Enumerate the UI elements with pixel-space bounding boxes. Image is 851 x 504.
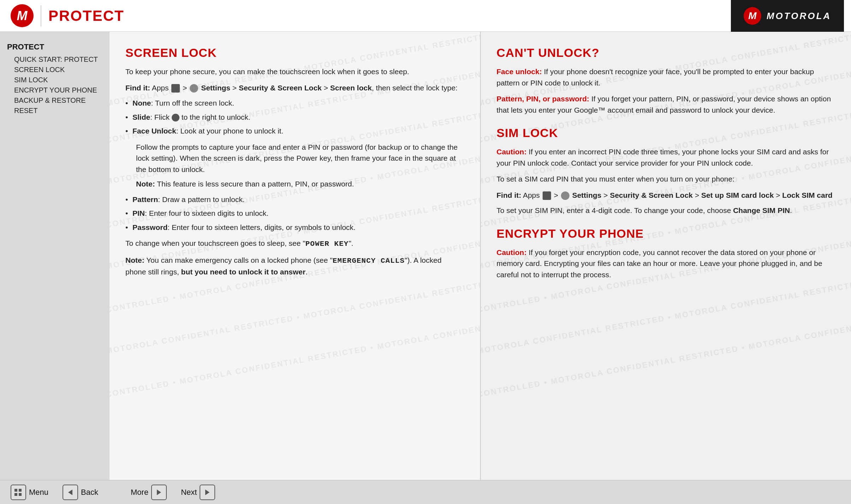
face-unlock-detail-text: Follow the prompts to capture your face … (136, 142, 464, 175)
col-left: MOTOROLA CONFIDENTIAL RESTRICTED • MOTOR… (110, 32, 481, 480)
emergency-note: Note: You can make emergency calls on a … (125, 255, 464, 278)
sim-lock-caution: Caution: If you enter an incorrect PIN c… (497, 146, 835, 168)
next-button[interactable]: Next (181, 485, 215, 500)
sidebar-nav: PROTECT QUICK START: PROTECT SCREEN LOCK… (7, 42, 102, 116)
cant-unlock-heading: CAN'T UNLOCK? (497, 46, 835, 60)
cant-unlock-section: CAN'T UNLOCK? Face unlock: If your phone… (497, 46, 835, 115)
more-label: More (131, 488, 148, 497)
svg-marker-6 (205, 490, 209, 495)
bullet-faceunlock: Face Unlock: Look at your phone to unloc… (125, 125, 464, 137)
bullet-pin: PIN: Enter four to sixteen digits to unl… (125, 208, 464, 219)
pattern-cant: Pattern, PIN, or password: If you forget… (497, 93, 835, 115)
back-icon (63, 485, 78, 500)
bottom-nav-right: More Next (120, 485, 215, 500)
menu-icon (11, 485, 26, 500)
sidebar-item-simlock[interactable]: SIM LOCK (7, 75, 102, 85)
sim-lock-intro: To set a SIM card PIN that you must ente… (497, 173, 835, 185)
svg-rect-2 (14, 493, 17, 496)
back-label: Back (81, 488, 98, 497)
sidebar-item-quickstart[interactable]: QUICK START: PROTECT (7, 54, 102, 65)
menu-button[interactable]: Menu (11, 485, 48, 500)
screen-lock-bullets: None: Turn off the screen lock. Slide: F… (125, 97, 464, 137)
sim-lock-heading: SIM LOCK (497, 126, 835, 140)
col-right: MOTOROLA CONFIDENTIAL RESTRICTED • MOTOR… (481, 32, 851, 480)
motorola-m-icon: M (17, 8, 28, 23)
svg-marker-5 (157, 490, 161, 495)
bullet-slide: Slide: Flick to the right to unlock. (125, 112, 464, 123)
page-title: PROTECT (48, 7, 124, 24)
sim-lock-findit: Find it: Apps > Settings > Security & Sc… (497, 190, 835, 201)
sim-lock-section: SIM LOCK Caution: If you enter an incorr… (497, 126, 835, 216)
face-unlock-detail: Follow the prompts to capture your face … (136, 142, 464, 190)
next-icon (200, 485, 215, 500)
sim-lock-change: To set your SIM PIN, enter a 4-digit cod… (497, 205, 835, 216)
touchscreen-sleep-text: To change when your touchscreen goes to … (125, 238, 464, 250)
header-divider (41, 5, 41, 26)
svg-rect-1 (19, 489, 22, 492)
main-columns: MOTOROLA CONFIDENTIAL RESTRICTED • MOTOR… (110, 32, 851, 480)
bullet-pattern: Pattern: Draw a pattern to unlock. (125, 194, 464, 205)
screen-lock-bullets2: Pattern: Draw a pattern to unlock. PIN: … (125, 194, 464, 233)
sidebar-item-backup[interactable]: BACKUP & RESTORE (7, 95, 102, 106)
face-unlock-note: Note: This feature is less secure than a… (136, 178, 464, 190)
motorola-badge-icon: M (744, 7, 761, 25)
motorola-logo-circle: M (11, 4, 34, 27)
more-button[interactable]: More (131, 485, 167, 500)
menu-label: Menu (29, 488, 48, 497)
face-unlock-cant: Face unlock: If your phone doesn't recog… (497, 66, 835, 88)
motorola-brand-logo: M MOTOROLA (731, 0, 844, 32)
bottom-nav: Menu Back More Nex (0, 480, 851, 504)
svg-rect-3 (19, 493, 22, 496)
sidebar-item-reset[interactable]: RESET (7, 106, 102, 116)
more-icon (151, 485, 167, 500)
content-area: PROTECT QUICK START: PROTECT SCREEN LOCK… (0, 32, 851, 480)
sidebar-item-encrypt[interactable]: ENCRYPT YOUR PHONE (7, 85, 102, 95)
bullet-password: Password: Enter four to sixteen letters,… (125, 222, 464, 233)
sidebar: PROTECT QUICK START: PROTECT SCREEN LOCK… (0, 32, 110, 480)
motorola-brand-text: MOTOROLA (767, 11, 831, 22)
sidebar-item-screenlock[interactable]: SCREEN LOCK (7, 65, 102, 75)
svg-rect-0 (14, 489, 17, 492)
encrypt-caution: Caution: If you forget your encryption c… (497, 247, 835, 280)
back-button[interactable]: Back (63, 485, 98, 500)
screen-lock-intro: To keep your phone secure, you can make … (125, 66, 464, 77)
sidebar-section-title: PROTECT (7, 42, 102, 52)
screen-lock-heading: SCREEN LOCK (125, 46, 464, 60)
next-label: Next (181, 488, 197, 497)
encrypt-section: ENCRYPT YOUR PHONE Caution: If you forge… (497, 227, 835, 280)
encrypt-heading: ENCRYPT YOUR PHONE (497, 227, 835, 241)
svg-marker-4 (68, 490, 72, 495)
screen-lock-findit: Find it: Apps > Settings > Security & Sc… (125, 82, 464, 94)
bullet-none: None: Turn off the screen lock. (125, 97, 464, 109)
header: M PROTECT M MOTOROLA (0, 0, 851, 32)
screen-lock-section: SCREEN LOCK To keep your phone secure, y… (125, 46, 464, 278)
bottom-nav-left: Menu Back (11, 485, 120, 500)
